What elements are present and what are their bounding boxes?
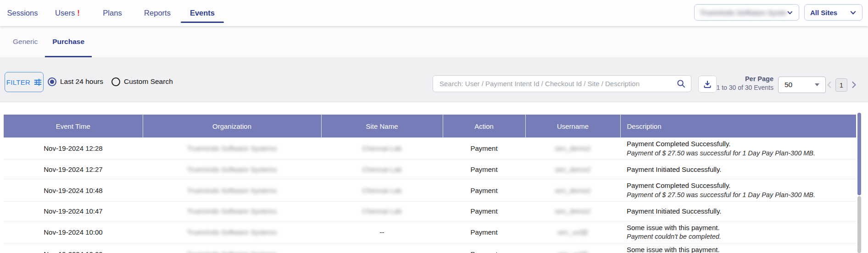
scrollbar-thumb[interactable] — [857, 113, 861, 195]
description-line2: Payment of $ 27.50 was successful for 1 … — [627, 191, 856, 199]
pagination: 1 — [825, 77, 858, 93]
cell-event-time: Nov-19-2024 12:27 — [4, 160, 143, 179]
table-row[interactable]: Nov-19-2024 10:00Trueminds Software Syst… — [4, 243, 856, 253]
nav-tab-label: Users — [55, 9, 75, 17]
vertical-scrollbar[interactable] — [857, 113, 861, 253]
cell-description: Payment Initiated Successfully. — [620, 160, 856, 179]
cell-event-time: Nov-19-2024 10:48 — [4, 179, 143, 201]
events-purchase-page: SessionsUsers!PlansReportsEvents Truemin… — [0, 0, 868, 253]
table-row[interactable]: Nov-19-2024 10:48Trueminds Software Syst… — [4, 179, 856, 201]
alert-icon: ! — [77, 9, 80, 18]
results-range-text: 1 to 30 of 30 Events — [716, 84, 773, 92]
page-size-select[interactable]: 50 — [778, 77, 826, 93]
nav-selects: Trueminds Software Systems All Sites — [694, 4, 862, 21]
radio-label: Custom Search — [124, 77, 173, 86]
radio-last-24-hours[interactable]: Last 24 hours — [48, 77, 103, 86]
cell-organization: Trueminds Software Systems — [143, 138, 321, 160]
cell-action: Payment — [443, 179, 525, 201]
radio-button-icon — [48, 77, 56, 86]
cell-event-time: Nov-19-2024 10:00 — [4, 243, 143, 253]
search-input[interactable] — [439, 79, 677, 88]
cell-event-time: Nov-19-2024 12:28 — [4, 138, 143, 160]
cell-organization: Trueminds Software Systems — [143, 243, 321, 253]
chevron-down-icon — [850, 9, 857, 16]
time-filter-radio-group: Last 24 hoursCustom Search — [48, 72, 173, 92]
subtab-generic[interactable]: Generic — [6, 26, 45, 57]
filter-button[interactable]: FILTER — [5, 72, 44, 92]
nav-tab-plans[interactable]: Plans — [90, 0, 135, 26]
cell-action: Payment — [443, 138, 525, 160]
chevron-down-icon — [787, 9, 793, 16]
radio-button-icon — [111, 77, 120, 86]
chevron-right-icon — [851, 81, 857, 88]
nav-tab-label: Reports — [144, 9, 171, 17]
scrollbar-track[interactable] — [857, 196, 861, 253]
nav-tab-events[interactable]: Events — [180, 0, 225, 26]
filter-band: FILTER Last 24 hoursCustom Search — [0, 57, 868, 102]
description-line2: Payment of $ 27.50 was successful for 1 … — [627, 149, 856, 158]
search-box — [433, 75, 691, 92]
cell-action: Payment — [443, 221, 525, 243]
description-line1: Payment Initiated Successfully. — [627, 207, 856, 216]
cell-description: Payment Completed Successfully.Payment o… — [620, 138, 856, 160]
table-row[interactable]: Nov-19-2024 10:00Trueminds Software Syst… — [4, 221, 856, 243]
cell-organization: Trueminds Software Systems — [143, 221, 321, 243]
sites-select-value: All Sites — [810, 9, 837, 16]
cell-organization: Trueminds Software Systems — [143, 160, 321, 179]
nav-tab-reports[interactable]: Reports — [135, 0, 180, 26]
cell-organization: Trueminds Software Systems — [143, 201, 321, 221]
tune-icon — [34, 78, 42, 86]
cell-username: sen_demo2 — [525, 201, 620, 221]
description-line2: Payment couldn't be completed. — [627, 232, 856, 241]
cell-site-name: -- — [321, 221, 443, 243]
cell-organization: Trueminds Software Systems — [143, 179, 321, 201]
radio-custom-search[interactable]: Custom Search — [111, 77, 173, 86]
next-page-button[interactable] — [850, 78, 858, 92]
cell-description: Some issue with this payment.Payment cou… — [620, 221, 856, 243]
cell-username: sen_demo2 — [525, 179, 620, 201]
column-header-action: Action — [443, 115, 525, 138]
cell-site-name: Chennai-Lab — [321, 201, 443, 221]
nav-tab-sessions[interactable]: Sessions — [0, 0, 45, 26]
nav-tab-label: Plans — [103, 9, 122, 17]
description-line1: Some issue with this payment. — [627, 223, 856, 232]
column-header-event-time: Event Time — [4, 115, 143, 138]
description-line1: Payment Initiated Successfully. — [627, 165, 856, 174]
previous-page-button[interactable] — [825, 78, 833, 92]
cell-site-name: Chennai-Lab — [321, 179, 443, 201]
organization-select[interactable]: Trueminds Software Systems — [694, 4, 799, 21]
table-row[interactable]: Nov-19-2024 12:27Trueminds Software Syst… — [4, 160, 856, 179]
cell-action: Payment — [443, 201, 525, 221]
cell-action: Payment — [443, 160, 525, 179]
nav-tab-label: Events — [190, 9, 215, 17]
cell-event-time: Nov-19-2024 10:00 — [4, 221, 143, 243]
cell-username: sen_demo2 — [525, 160, 620, 179]
page-size-value: 50 — [785, 81, 792, 89]
nav-tab-label: Sessions — [7, 9, 38, 17]
description-line1: Payment Completed Successfully. — [627, 181, 856, 190]
events-table: Event TimeOrganizationSite NameActionUse… — [4, 115, 856, 253]
column-header-description: Description — [620, 115, 856, 138]
sites-select[interactable]: All Sites — [804, 4, 862, 21]
radio-label: Last 24 hours — [60, 77, 103, 86]
cell-description: Payment Initiated Successfully. — [620, 201, 856, 221]
nav-tab-users[interactable]: Users! — [45, 0, 90, 26]
per-page-info: Per Page 1 to 30 of 30 Events — [716, 75, 773, 92]
current-page-button[interactable]: 1 — [835, 78, 847, 92]
event-subtabs: GenericPurchase — [0, 26, 868, 57]
search-icon[interactable] — [677, 79, 685, 88]
cell-action: Payment — [443, 243, 525, 253]
cell-site-name: Chennai-Lab — [321, 138, 443, 160]
column-header-username: Username — [525, 115, 620, 138]
column-header-organization: Organization — [143, 115, 321, 138]
top-navbar: SessionsUsers!PlansReportsEvents Truemin… — [0, 0, 868, 26]
cell-description: Payment Completed Successfully.Payment o… — [620, 179, 856, 201]
subtab-purchase[interactable]: Purchase — [45, 26, 92, 57]
table-header-row: Event TimeOrganizationSite NameActionUse… — [4, 115, 856, 138]
download-button[interactable] — [698, 76, 717, 93]
cell-description: Some issue with this payment.Payment cou… — [620, 243, 856, 253]
table-row[interactable]: Nov-19-2024 12:28Trueminds Software Syst… — [4, 138, 856, 160]
cell-username: sen_ucl@ — [525, 221, 620, 243]
table-row[interactable]: Nov-19-2024 10:47Trueminds Software Syst… — [4, 201, 856, 221]
download-icon — [703, 80, 712, 88]
